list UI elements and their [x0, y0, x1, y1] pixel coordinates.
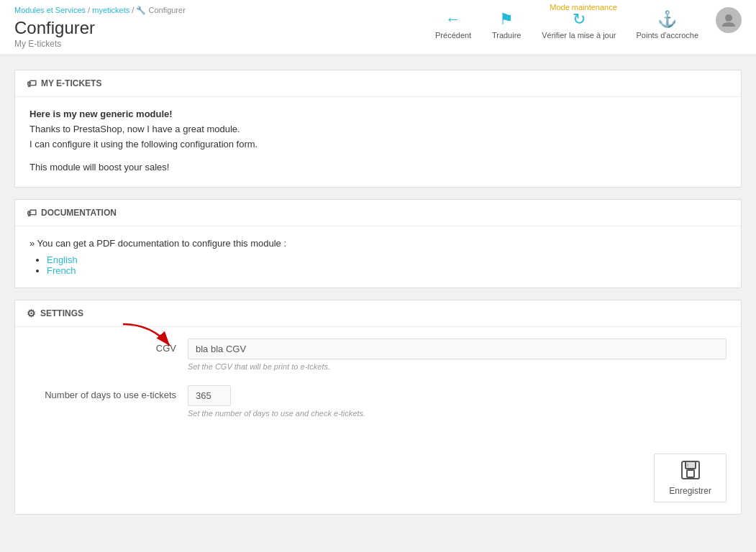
days-help: Set the number of days to use and check … [188, 409, 727, 418]
breadcrumb-icon: 🔧 [136, 6, 146, 14]
breadcrumb: Modules et Services / myetickets / 🔧 Con… [14, 6, 186, 15]
settings-header-label: SETTINGS [40, 308, 83, 318]
traduire-label: Traduire [492, 31, 522, 40]
verifier-label: Vérifier la mise à jour [542, 31, 616, 40]
breadcrumb-modules[interactable]: Modules et Services [14, 6, 86, 14]
traduire-button[interactable]: ⚑ Traduire [481, 6, 532, 44]
save-button[interactable]: Enregistrer [654, 454, 727, 502]
refresh-icon: ↻ [573, 10, 586, 29]
etickets-boost: This module will boost your sales! [29, 160, 727, 175]
doc-list: English French [47, 254, 727, 276]
page-title: Configurer [14, 18, 186, 39]
documentation-header: 🏷 DOCUMENTATION [15, 200, 741, 226]
svg-point-0 [725, 14, 732, 22]
etickets-header: 🏷 MY E-TICKETS [15, 70, 741, 97]
precedent-icon: ← [445, 10, 461, 29]
doc-french-item: French [47, 265, 727, 276]
cgv-input-wrap: Set the CGV that will be print to e-tcke… [188, 339, 727, 371]
days-row: Number of days to use e-tickets Set the … [29, 385, 727, 418]
points-button[interactable]: ⚓ Points d'accroche [627, 6, 709, 44]
days-input[interactable] [188, 385, 231, 406]
etickets-body: Here is my new generic module! Thanks to… [15, 97, 741, 187]
etickets-header-label: MY E-TICKETS [41, 78, 101, 88]
etickets-title: Here is my new generic module! [29, 109, 727, 119]
user-avatar[interactable] [716, 7, 742, 33]
breadcrumb-myetickets[interactable]: myetickets [92, 6, 129, 14]
cgv-input[interactable] [188, 339, 727, 359]
form-footer: Enregistrer [15, 446, 741, 514]
top-bar: Modules et Services / myetickets / 🔧 Con… [0, 0, 756, 55]
cgv-label: CGV [29, 339, 188, 354]
top-bar-left: Modules et Services / myetickets / 🔧 Con… [14, 6, 186, 55]
documentation-body: » You can get a PDF documentation to con… [15, 226, 741, 288]
precedent-label: Précédent [435, 31, 471, 40]
flag-icon: ⚑ [499, 10, 514, 29]
top-toolbar: Mode maintenance ← Précédent ⚑ Traduire … [425, 6, 742, 44]
anchor-icon: ⚓ [657, 10, 677, 29]
doc-intro: » You can get a PDF documentation to con… [29, 238, 727, 249]
cgv-row: CGV Set the CGV that will be print to e-… [29, 339, 727, 371]
doc-french-link[interactable]: French [47, 265, 76, 276]
settings-header: ⚙ SETTINGS [15, 300, 741, 327]
documentation-card: 🏷 DOCUMENTATION » You can get a PDF docu… [14, 199, 742, 288]
tag-icon: 🏷 [27, 78, 37, 89]
main-content: 🏷 MY E-TICKETS Here is my new generic mo… [0, 55, 756, 540]
etickets-text: Thanks to PrestaShop, now I have a great… [29, 122, 727, 152]
days-input-wrap: Set the number of days to use and check … [188, 385, 727, 418]
save-label: Enregistrer [669, 486, 711, 496]
days-label: Number of days to use e-tickets [29, 385, 188, 400]
svg-rect-3 [686, 461, 696, 469]
page-subtitle: My E-tickets [14, 39, 186, 49]
points-label: Points d'accroche [637, 31, 698, 40]
documentation-header-label: DOCUMENTATION [41, 208, 117, 218]
svg-rect-4 [687, 470, 694, 477]
gear-icon: ⚙ [27, 308, 36, 319]
etickets-card: 🏷 MY E-TICKETS Here is my new generic mo… [14, 70, 742, 188]
settings-form: CGV Set the CGV that will be print to e-… [15, 327, 741, 446]
cgv-help: Set the CGV that will be print to e-tcke… [188, 362, 727, 371]
precedent-button[interactable]: ← Précédent [425, 6, 481, 44]
doc-english-item: English [47, 254, 727, 265]
doc-tag-icon: 🏷 [27, 207, 37, 218]
save-icon [680, 460, 701, 484]
maintenance-label: Mode maintenance [550, 3, 617, 12]
doc-english-link[interactable]: English [47, 254, 78, 265]
breadcrumb-configurer: Configurer [148, 6, 185, 14]
settings-card: ⚙ SETTINGS CGV Set the CGV th [14, 300, 742, 515]
